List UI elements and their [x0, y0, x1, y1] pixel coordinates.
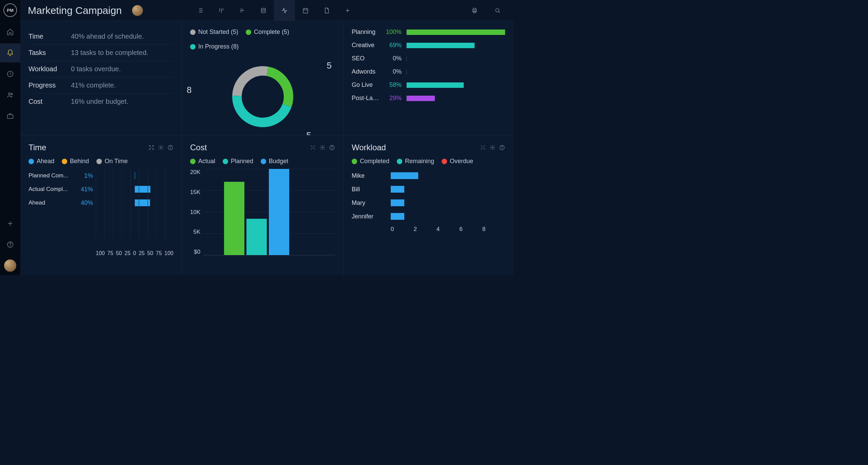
tab-files[interactable]: [316, 0, 337, 21]
legend-dot: [190, 159, 196, 164]
svg-point-5: [10, 246, 11, 246]
time-legend: AheadBehindOn Time: [29, 158, 173, 165]
legend-item[interactable]: Planned: [223, 158, 253, 165]
sidebar-item-notifications[interactable]: [0, 43, 20, 62]
search-button[interactable]: [490, 0, 506, 21]
legend-item[interactable]: Actual: [190, 158, 215, 165]
workload-axis: 02468: [391, 226, 505, 233]
progress-pct: 29%: [385, 95, 402, 102]
legend-label: Complete (5): [254, 28, 289, 36]
gear-icon[interactable]: [158, 144, 164, 151]
help-icon[interactable]: [499, 144, 505, 151]
summary-row: Progress41% complete.: [29, 77, 173, 94]
summary-row: Workload0 tasks overdue.: [29, 61, 173, 77]
time-row-label: Actual Compl...: [29, 186, 73, 193]
legend-item[interactable]: On Time: [96, 158, 128, 165]
task-progress-panel: Planning 100% Creative 69% SEO 0% Adword…: [344, 21, 513, 135]
list-icon: [197, 7, 204, 14]
summary-label: Time: [29, 33, 71, 40]
legend-item[interactable]: Completed: [352, 158, 389, 165]
legend-dot: [397, 159, 402, 164]
tab-gantt[interactable]: [232, 0, 253, 21]
tab-board[interactable]: [211, 0, 232, 21]
workload-legend: CompletedRemainingOverdue: [352, 158, 505, 165]
print-button[interactable]: [466, 0, 483, 21]
summary-value: 0 tasks overdue.: [71, 65, 121, 73]
svg-rect-3: [7, 115, 13, 118]
legend-dot: [261, 159, 266, 164]
sidebar-item-add[interactable]: [0, 214, 20, 233]
gear-icon[interactable]: [490, 144, 496, 151]
cost-bar-planned[interactable]: [246, 219, 267, 255]
legend-label: On Time: [105, 158, 128, 165]
legend-item[interactable]: Overdue: [442, 158, 473, 165]
help-icon[interactable]: [329, 144, 335, 151]
summary-row: Cost16% under budget.: [29, 94, 173, 110]
sidebar-item-home[interactable]: [0, 22, 20, 41]
progress-fill: [406, 82, 464, 88]
legend-dot: [96, 159, 102, 164]
help-icon[interactable]: [167, 144, 173, 151]
workload-track: [391, 199, 505, 206]
svg-point-14: [160, 147, 162, 149]
progress-row[interactable]: Post-Lau... 29%: [352, 95, 505, 102]
svg-point-2: [11, 93, 13, 95]
progress-track: [406, 30, 505, 35]
axis-tick: 4: [437, 226, 459, 233]
app-logo[interactable]: PM: [3, 3, 17, 17]
axis-tick: 50: [147, 250, 153, 256]
progress-row[interactable]: Planning 100%: [352, 28, 505, 36]
donut-chart: 5 5 8: [190, 54, 335, 135]
svg-point-1: [8, 93, 11, 95]
progress-row[interactable]: Creative 69%: [352, 42, 505, 49]
svg-point-10: [496, 8, 499, 12]
axis-tick: 75: [107, 250, 113, 256]
tab-sheet[interactable]: [253, 0, 274, 21]
expand-icon[interactable]: [310, 144, 316, 151]
progress-row[interactable]: SEO 0%: [352, 55, 505, 62]
expand-icon[interactable]: [480, 144, 486, 151]
tab-list[interactable]: [190, 0, 211, 21]
svg-point-17: [322, 147, 324, 149]
workload-bar: [391, 172, 418, 179]
legend-item[interactable]: Behind: [62, 158, 89, 165]
legend-label: Actual: [198, 158, 215, 165]
sidebar-item-portfolio[interactable]: [0, 106, 20, 125]
legend-item[interactable]: Ahead: [29, 158, 54, 165]
user-avatar[interactable]: [4, 259, 16, 272]
gear-icon[interactable]: [319, 144, 326, 151]
project-owner-avatar[interactable]: [132, 5, 143, 16]
briefcase-icon: [6, 112, 14, 120]
tab-dashboard[interactable]: [274, 0, 295, 21]
progress-row[interactable]: Adwords 0%: [352, 68, 505, 75]
legend-item[interactable]: Remaining: [397, 158, 434, 165]
sidebar-item-help[interactable]: [0, 235, 20, 254]
legend-item[interactable]: In Progress (8): [190, 43, 239, 50]
legend-dot: [29, 159, 34, 164]
tab-add[interactable]: [337, 0, 358, 21]
progress-row[interactable]: Go Live 58%: [352, 81, 505, 89]
time-row-label: Ahead: [29, 199, 73, 206]
tab-calendar[interactable]: [295, 0, 316, 21]
cost-bar-budget[interactable]: [269, 169, 289, 255]
view-tabs: [190, 0, 358, 21]
axis-tick: 100: [164, 250, 173, 256]
time-row-pct: 1%: [73, 172, 93, 179]
workload-row: Jennifer: [352, 210, 505, 223]
legend-item[interactable]: Complete (5): [246, 28, 289, 36]
legend-item[interactable]: Budget: [261, 158, 288, 165]
workload-name: Mike: [352, 172, 391, 179]
plus-icon: [6, 220, 14, 227]
legend-label: Not Started (5): [198, 28, 238, 36]
svg-point-20: [492, 147, 494, 149]
cost-bar-actual[interactable]: [224, 182, 244, 255]
progress-pct: 0%: [385, 68, 402, 75]
sidebar-item-team[interactable]: [0, 85, 20, 104]
panel-action-icons: [148, 144, 173, 151]
people-icon: [6, 91, 14, 99]
legend-item[interactable]: Not Started (5): [190, 28, 238, 36]
axis-tick: 6: [459, 226, 482, 233]
sidebar-item-recent[interactable]: [0, 64, 20, 83]
summary-panel: Time40% ahead of schedule.Tasks13 tasks …: [20, 21, 182, 135]
expand-icon[interactable]: [148, 144, 154, 151]
